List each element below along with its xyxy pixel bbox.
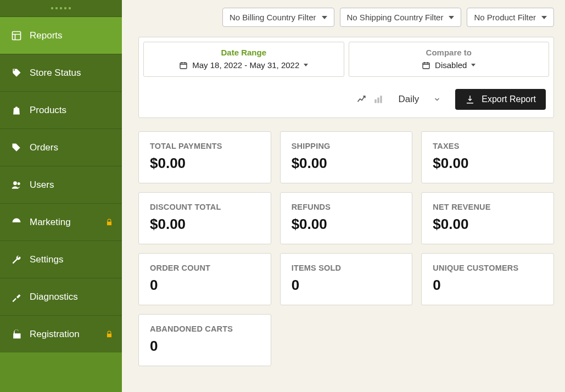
metric-value: $0.00: [433, 155, 542, 172]
chevron-down-icon: [433, 96, 441, 103]
shipping-country-filter[interactable]: No Shipping Country Filter: [340, 8, 462, 27]
metric-value: $0.00: [150, 155, 260, 172]
filters-row: No Billing Country Filter No Shipping Co…: [138, 8, 554, 27]
metric-title: SHIPPING: [292, 142, 401, 150]
metric-card-refunds[interactable]: REFUNDS $0.00: [280, 192, 413, 244]
sidebar-item-orders[interactable]: Orders: [0, 128, 122, 166]
sidebar-item-label: Orders: [30, 142, 58, 153]
filter-label: No Billing Country Filter: [230, 13, 316, 22]
sidebar-item-label: Users: [30, 180, 54, 191]
view-toggle: [356, 94, 384, 105]
lock-icon: [105, 219, 113, 226]
chevron-down-icon: [541, 16, 547, 19]
sidebar-item-diagnostics[interactable]: Diagnostics: [0, 278, 122, 315]
wrench-icon: [9, 254, 24, 265]
export-label: Export Report: [482, 94, 536, 104]
svg-rect-0: [13, 31, 21, 40]
compare-box[interactable]: Compare to Disabled: [349, 42, 550, 77]
sidebar-item-label: Settings: [30, 254, 63, 265]
compare-title: Compare to: [354, 48, 545, 57]
interval-select[interactable]: Daily: [394, 92, 445, 107]
line-chart-icon[interactable]: [356, 94, 367, 105]
svg-rect-4: [423, 63, 429, 69]
sidebar-item-store-status[interactable]: Store Status: [0, 54, 122, 91]
sidebar-item-reports[interactable]: Reports: [0, 16, 122, 54]
svg-rect-7: [381, 96, 382, 103]
lock-icon: [105, 331, 113, 338]
svg-point-1: [13, 181, 17, 185]
tag-icon: [9, 68, 24, 79]
lock-open-icon: [9, 329, 24, 340]
pricetag-icon: [9, 142, 24, 153]
metric-card-shipping[interactable]: SHIPPING $0.00: [280, 131, 413, 183]
sidebar-handle[interactable]: [0, 0, 122, 16]
metric-title: DISCOUNT TOTAL: [150, 203, 260, 211]
reports-icon: [9, 30, 24, 41]
users-icon: [9, 180, 24, 191]
metric-title: ITEMS SOLD: [292, 264, 401, 272]
metric-card-items-sold[interactable]: ITEMS SOLD 0: [280, 253, 413, 305]
sidebar-item-settings[interactable]: Settings: [0, 240, 122, 278]
sidebar-item-marketing[interactable]: Marketing: [0, 203, 122, 240]
svg-rect-5: [375, 99, 377, 103]
sidebar-item-users[interactable]: Users: [0, 166, 122, 203]
metric-card-net-revenue[interactable]: NET REVENUE $0.00: [421, 192, 554, 244]
screwdriver-icon: [9, 292, 24, 303]
sidebar-item-label: Products: [30, 105, 66, 116]
sidebar-item-label: Registration: [30, 329, 80, 340]
metric-title: NET REVENUE: [433, 203, 542, 211]
gauge-icon: [9, 217, 24, 228]
download-icon: [465, 94, 475, 104]
calendar-icon: [422, 61, 430, 70]
metric-value: 0: [150, 338, 260, 355]
bag-icon: [9, 105, 24, 116]
metric-title: ABANDONED CARTS: [150, 324, 260, 333]
calendar-icon: [179, 61, 188, 70]
compare-value: Disabled: [435, 60, 467, 70]
chevron-down-icon: [449, 16, 454, 19]
metric-card-total-payments[interactable]: TOTAL PAYMENTS $0.00: [138, 131, 271, 183]
metric-value: 0: [292, 277, 401, 294]
sidebar-item-label: Reports: [30, 30, 63, 41]
metric-title: TAXES: [433, 142, 542, 150]
metric-value: $0.00: [150, 216, 260, 233]
sidebar-item-label: Marketing: [30, 217, 71, 228]
sidebar-item-label: Diagnostics: [30, 292, 78, 303]
product-filter[interactable]: No Product Filter: [467, 8, 554, 27]
metric-value: 0: [433, 277, 542, 294]
metric-title: UNIQUE CUSTOMERS: [433, 264, 542, 272]
filter-label: No Shipping Country Filter: [347, 13, 444, 22]
sidebar-item-label: Store Status: [30, 68, 81, 79]
chevron-down-icon: [471, 64, 476, 66]
date-range-box[interactable]: Date Range May 18, 2022 - May 31, 2022: [143, 42, 344, 77]
export-report-button[interactable]: Export Report: [455, 89, 546, 110]
metric-card-discount-total[interactable]: DISCOUNT TOTAL $0.00: [138, 192, 271, 244]
chevron-down-icon: [304, 64, 308, 66]
filter-label: No Product Filter: [474, 13, 536, 22]
interval-label: Daily: [398, 94, 419, 105]
metric-value: 0: [150, 277, 260, 294]
metric-card-unique-customers[interactable]: UNIQUE CUSTOMERS 0: [421, 253, 554, 305]
metric-value: $0.00: [433, 216, 542, 233]
sidebar-item-products[interactable]: Products: [0, 91, 122, 128]
metric-value: $0.00: [292, 216, 401, 233]
date-range-title: Date Range: [148, 48, 339, 57]
sidebar: Reports Store Status Products Orders Use…: [0, 0, 122, 392]
metric-title: REFUNDS: [292, 203, 401, 211]
metric-title: ORDER COUNT: [150, 264, 260, 272]
metrics-grid: TOTAL PAYMENTS $0.00 SHIPPING $0.00 TAXE…: [138, 131, 554, 366]
sidebar-item-registration[interactable]: Registration: [0, 315, 122, 352]
date-range-value: May 18, 2022 - May 31, 2022: [192, 60, 299, 70]
bar-chart-icon[interactable]: [373, 94, 384, 105]
billing-country-filter[interactable]: No Billing Country Filter: [222, 8, 334, 27]
metric-value: $0.00: [292, 155, 401, 172]
metric-card-order-count[interactable]: ORDER COUNT 0: [138, 253, 271, 305]
svg-point-2: [18, 182, 20, 185]
chevron-down-icon: [322, 16, 327, 19]
metric-title: TOTAL PAYMENTS: [150, 142, 260, 150]
svg-rect-3: [180, 63, 187, 69]
metric-card-abandoned-carts[interactable]: ABANDONED CARTS 0: [138, 314, 271, 366]
main-content: No Billing Country Filter No Shipping Co…: [122, 0, 565, 392]
svg-rect-6: [378, 98, 379, 103]
metric-card-taxes[interactable]: TAXES $0.00: [421, 131, 554, 183]
